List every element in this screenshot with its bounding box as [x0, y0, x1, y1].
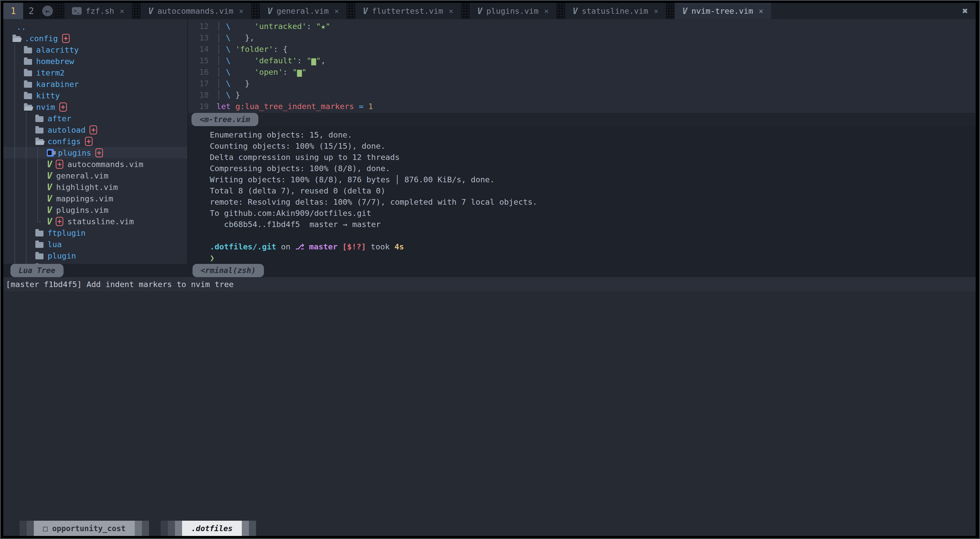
tmux-window-opportunity-cost[interactable]: □opportunity_cost [19, 521, 149, 536]
tab-label: autocommands.vim [158, 6, 234, 16]
code-token: ⎇ master [295, 242, 337, 251]
close-all-icon[interactable]: ✖ [962, 5, 968, 16]
vim-icon: V [148, 6, 153, 16]
line-number: 12 [188, 21, 216, 32]
code-token: \ [226, 56, 231, 65]
tab-fzf.sh[interactable]: >_fzf.sh× [64, 3, 132, 19]
tree-item-plugins[interactable]: plugins+ [3, 147, 188, 158]
tree-item-label: ftplugin [48, 228, 86, 237]
tree-item-plugins.vim[interactable]: Vplugins.vim [3, 204, 188, 216]
indent-guide [13, 56, 24, 67]
folder-open-icon [24, 105, 32, 111]
tab-separator [56, 3, 64, 19]
tree-item-..[interactable]: .. [3, 21, 188, 33]
window-number-2[interactable]: 2 [23, 3, 40, 19]
tab-close-icon[interactable]: × [120, 6, 124, 16]
code-token: To github.com:Akin909/dotfiles.git [210, 208, 371, 218]
code-line[interactable]: 12│ \ 'untracked': "★" [188, 21, 976, 32]
code-line[interactable]: 16│ \ 'open': "▆" [188, 66, 976, 78]
code-line[interactable]: 18│ \ } [188, 89, 976, 101]
tree-item-label: alacritty [36, 45, 79, 54]
folder-icon [24, 48, 32, 53]
tree-item-label: lua [48, 240, 62, 249]
code-token: "▆" [293, 67, 307, 76]
tmux-window-dotfiles[interactable]: .dotfiles [161, 521, 256, 536]
code-line[interactable]: 17│ \ } [188, 78, 976, 89]
tree-item-label: autocommands.vim [67, 160, 143, 169]
tree-item-ftplugin[interactable]: ftplugin [3, 227, 188, 238]
code-line[interactable]: 19let g:lua_tree_indent_markers = 1 [188, 101, 976, 112]
tab-close-icon[interactable]: × [759, 6, 764, 16]
tab-general.vim[interactable]: Vgeneral.vim× [260, 3, 347, 19]
tab-plugins.vim[interactable]: Vplugins.vim× [470, 3, 556, 19]
tab-label: nvim-tree.vim [691, 6, 753, 16]
code-token [231, 102, 235, 111]
tabline-fill: ✖ [771, 3, 976, 19]
tree-item-after[interactable]: after [3, 113, 188, 124]
indent-guide [13, 216, 24, 227]
tab-close-icon[interactable]: × [449, 6, 453, 16]
tree-item-configs[interactable]: configs+ [3, 135, 188, 147]
tree-item-kitty[interactable]: kitty [3, 90, 188, 101]
tree-item-iterm2[interactable]: iterm2 [3, 67, 188, 78]
window-icon: □ [43, 524, 48, 533]
tab-close-icon[interactable]: × [544, 6, 549, 16]
tab-statusline.vim[interactable]: Vstatusline.vim× [565, 3, 666, 19]
code-line[interactable]: 13│ \ }, [188, 32, 976, 43]
code-token: let [216, 102, 231, 111]
tree-item-plugin[interactable]: plugin [3, 250, 188, 261]
tree-item-autoload[interactable]: autoload+ [3, 124, 188, 135]
folder-open-icon [13, 36, 21, 42]
tab-close-icon[interactable]: × [239, 6, 243, 16]
tree-item-snippets[interactable]: snippets [3, 261, 188, 264]
tree-item-nvim[interactable]: nvim+ [3, 101, 188, 113]
git-modified-badge: + [56, 160, 63, 169]
window-number-1[interactable]: 1 [3, 3, 23, 19]
code-editor[interactable]: 12│ \ 'untracked': "★"13│ \ },14│ \ 'fol… [188, 19, 976, 113]
code-line[interactable]: 15│ \ 'default': "▆", [188, 55, 976, 66]
line-number: 13 [188, 32, 216, 43]
tab-fluttertest.vim[interactable]: Vfluttertest.vim× [355, 3, 461, 19]
tree-item-general.vim[interactable]: Vgeneral.vim [3, 170, 188, 181]
tree-item-lua[interactable]: lua [3, 238, 188, 250]
tree-item-statusline.vim[interactable]: V+statusline.vim [3, 216, 188, 227]
tree-item-autocommands.vim[interactable]: V+autocommands.vim [3, 158, 188, 170]
code-token: = [359, 102, 364, 111]
tab-label: plugins.vim [487, 6, 539, 16]
tab-close-icon[interactable]: × [654, 6, 658, 16]
tmux-fade-block [27, 521, 34, 536]
tmux-window-pill[interactable]: □opportunity_cost [34, 521, 135, 536]
tree-item-alacritty[interactable]: alacritty [3, 44, 188, 56]
terminal-split[interactable]: Enumerating objects: 15, done.Counting o… [188, 127, 976, 264]
tree-item-homebrew[interactable]: homebrew [3, 56, 188, 67]
folder-icon [24, 70, 32, 76]
tab-nvim-tree.vim[interactable]: Vnvim-tree.vim× [675, 3, 771, 19]
tmux-window-label: .dotfiles [191, 524, 233, 533]
tab-separator [251, 3, 260, 19]
vim-icon: V [267, 6, 273, 16]
indent-guide [35, 147, 47, 158]
tab-close-icon[interactable]: × [334, 6, 339, 16]
bottom-statusline: Lua Tree <rminal(zsh) [3, 264, 976, 277]
code-token: │ [216, 90, 226, 99]
code-line[interactable]: 14│ \ 'folder': { [188, 43, 976, 55]
vim-icon: V [47, 216, 52, 227]
code-text: │ \ 'default': "▆", [216, 55, 326, 66]
tree-item-label: .. [16, 22, 26, 32]
restore-button[interactable]: ← [40, 3, 56, 19]
folder-icon [24, 59, 32, 65]
code-token: \ [226, 67, 231, 76]
tree-item-mappings.vim[interactable]: Vmappings.vim [3, 193, 188, 204]
tree-item-.config[interactable]: .config+ [3, 33, 188, 44]
tree-item-karabiner[interactable]: karabiner [3, 78, 188, 90]
indent-guide [24, 250, 35, 261]
vim-icon: V [47, 159, 52, 169]
line-number: 17 [188, 78, 216, 89]
indent-guide [13, 113, 24, 124]
tmux-window-pill[interactable]: .dotfiles [182, 521, 242, 536]
tree-item-label: plugin [48, 251, 76, 260]
tab-separator [132, 3, 141, 19]
tree-item-highlight.vim[interactable]: Vhighlight.vim [3, 181, 188, 193]
tab-autocommands.vim[interactable]: Vautocommands.vim× [141, 3, 251, 19]
terminal-line: remote: Resolving deltas: 100% (7/7), co… [210, 196, 976, 207]
